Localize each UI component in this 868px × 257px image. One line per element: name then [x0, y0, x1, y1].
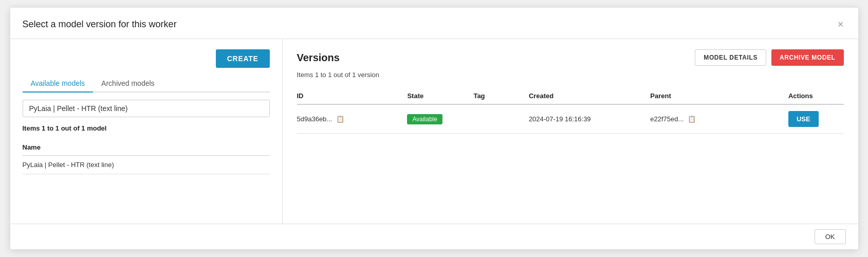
- versions-title: Versions: [297, 52, 340, 64]
- modal-header: Select a model version for this worker ×: [10, 8, 858, 39]
- version-state-cell: Available: [407, 104, 473, 134]
- col-header-state: State: [407, 88, 473, 104]
- version-id-cell: 5d9a36eb... 📋: [297, 104, 408, 134]
- copy-id-icon[interactable]: 📋: [336, 115, 344, 123]
- model-name-cell: PyLaia | Pellet - HTR (text line): [23, 156, 270, 174]
- versions-count: Items 1 to 1 out of 1 version: [297, 71, 844, 79]
- modal-title: Select a model version for this worker: [23, 19, 177, 30]
- version-created-cell: 2024-07-19 16:16:39: [529, 104, 650, 134]
- table-row[interactable]: PyLaia | Pellet - HTR (text line): [23, 156, 270, 174]
- tabs-container: Available models Archived models: [23, 75, 270, 93]
- right-actions: MODEL DETAILS ARCHIVE MODEL: [695, 49, 843, 66]
- versions-table: ID State Tag Created Parent Actions 5d9a…: [297, 88, 844, 134]
- modal-body: CREATE Available models Archived models …: [10, 39, 858, 224]
- copy-parent-icon[interactable]: 📋: [688, 115, 696, 123]
- modal: Select a model version for this worker ×…: [10, 8, 858, 249]
- col-header-tag: Tag: [473, 88, 528, 104]
- version-parent-cell: e22f75ed... 📋: [650, 104, 788, 134]
- use-button[interactable]: USE: [788, 111, 819, 127]
- left-panel: CREATE Available models Archived models …: [10, 39, 283, 224]
- create-button[interactable]: CREATE: [216, 49, 270, 68]
- state-badge: Available: [407, 114, 442, 124]
- ok-button[interactable]: OK: [815, 229, 846, 244]
- version-action-cell: USE: [788, 104, 844, 134]
- col-header-parent: Parent: [650, 88, 788, 104]
- models-table-header-name: Name: [23, 139, 270, 156]
- col-header-id: ID: [297, 88, 408, 104]
- modal-overlay: Select a model version for this worker ×…: [0, 0, 868, 257]
- modal-footer: OK: [10, 224, 858, 249]
- tab-available-models[interactable]: Available models: [23, 75, 94, 93]
- version-row: 5d9a36eb... 📋 Available 2024-07-19 16:16…: [297, 104, 844, 134]
- right-header: Versions MODEL DETAILS ARCHIVE MODEL: [297, 49, 844, 66]
- version-parent: e22f75ed...: [650, 115, 684, 123]
- version-tag-cell: [473, 104, 528, 134]
- col-header-created: Created: [529, 88, 650, 104]
- archive-model-button[interactable]: ARCHIVE MODEL: [771, 49, 843, 66]
- search-input[interactable]: [23, 100, 270, 117]
- models-table: Name PyLaia | Pellet - HTR (text line): [23, 139, 270, 174]
- col-header-actions: Actions: [788, 88, 844, 104]
- model-details-button[interactable]: MODEL DETAILS: [695, 49, 766, 66]
- version-id: 5d9a36eb...: [297, 115, 333, 123]
- right-panel: Versions MODEL DETAILS ARCHIVE MODEL Ite…: [283, 39, 858, 224]
- models-count: Items 1 to 1 out of 1 model: [23, 124, 270, 132]
- tab-archived-models[interactable]: Archived models: [93, 75, 163, 93]
- close-button[interactable]: ×: [836, 17, 846, 31]
